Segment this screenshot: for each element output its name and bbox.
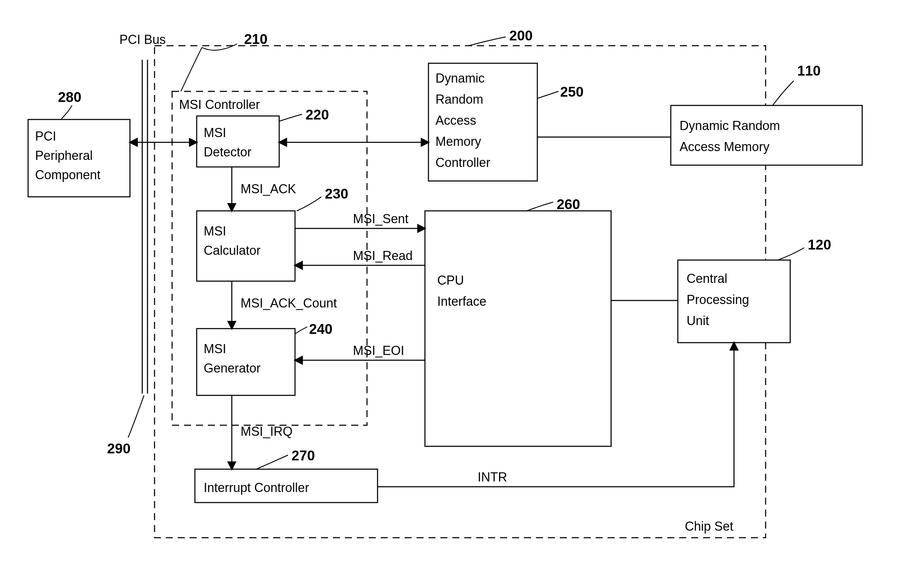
- msi-controller-label: MSI Controller: [179, 98, 260, 112]
- dram-controller-block: Dynamic Random Access Memory Controller: [428, 63, 537, 181]
- sig-msi-ack-count: MSI_ACK_Count: [241, 296, 337, 310]
- cpu-interface-block: CPU Interface: [425, 211, 611, 446]
- ref-270: 270: [292, 448, 315, 463]
- svg-text:PCI: PCI: [35, 129, 56, 143]
- svg-text:Processing: Processing: [686, 293, 749, 307]
- ref-260: 260: [557, 197, 580, 212]
- msi-generator-block: MSI Generator: [197, 329, 295, 395]
- svg-text:Dynamic: Dynamic: [436, 71, 485, 85]
- ref-290: 290: [107, 441, 131, 456]
- sig-msi-sent: MSI_Sent: [353, 211, 409, 226]
- pci-peripheral-block: PCI Peripheral Component: [28, 120, 130, 197]
- svg-rect-24: [671, 106, 862, 165]
- ref-230: 230: [325, 186, 348, 202]
- chip-set-label: Chip Set: [685, 519, 733, 533]
- svg-text:Access: Access: [436, 113, 476, 128]
- sig-msi-read: MSI_Read: [353, 248, 413, 263]
- svg-text:Detector: Detector: [204, 145, 251, 159]
- svg-text:Interface: Interface: [437, 294, 487, 309]
- ref-240: 240: [309, 321, 333, 337]
- svg-rect-4: [197, 116, 279, 167]
- cpu-block: Central Processing Unit: [678, 260, 790, 342]
- svg-text:Random: Random: [436, 92, 483, 107]
- ref-280: 280: [58, 89, 81, 105]
- ref-120: 120: [808, 237, 831, 252]
- msi-calculator-block: MSI Calculator: [197, 211, 295, 281]
- svg-text:Interrupt Controller: Interrupt Controller: [204, 480, 309, 495]
- sig-intr: INTR: [478, 470, 507, 484]
- svg-text:MSI: MSI: [204, 342, 226, 356]
- svg-text:Memory: Memory: [436, 134, 481, 149]
- dram-block: Dynamic Random Access Memory: [671, 106, 862, 165]
- svg-text:CPU: CPU: [437, 273, 464, 288]
- svg-text:Unit: Unit: [686, 314, 709, 328]
- pci-bus-label: PCI Bus: [120, 32, 166, 47]
- svg-text:Component: Component: [35, 168, 101, 182]
- svg-text:Access Memory: Access Memory: [680, 139, 769, 154]
- ref-110: 110: [797, 63, 821, 78]
- svg-rect-21: [425, 211, 611, 446]
- sig-msi-ack: MSI_ACK: [241, 182, 296, 196]
- svg-text:Generator: Generator: [204, 361, 260, 375]
- interrupt-controller-block: Interrupt Controller: [195, 469, 378, 502]
- svg-text:Calculator: Calculator: [204, 243, 260, 258]
- sig-msi-eoi: MSI_EOI: [353, 343, 404, 358]
- svg-text:Dynamic Random: Dynamic Random: [680, 118, 780, 133]
- ref-200: 200: [509, 28, 533, 43]
- svg-text:Central: Central: [686, 271, 727, 286]
- sig-msi-irq: MSI_IRQ: [241, 424, 292, 438]
- msi-detector-block: MSI Detector: [197, 116, 279, 167]
- ref-250: 250: [560, 84, 584, 99]
- svg-text:MSI: MSI: [204, 224, 226, 238]
- ref-220: 220: [306, 107, 329, 122]
- svg-text:MSI: MSI: [204, 125, 226, 140]
- svg-text:Controller: Controller: [436, 155, 490, 170]
- ref-210: 210: [244, 31, 268, 47]
- svg-text:Peripheral: Peripheral: [35, 148, 93, 163]
